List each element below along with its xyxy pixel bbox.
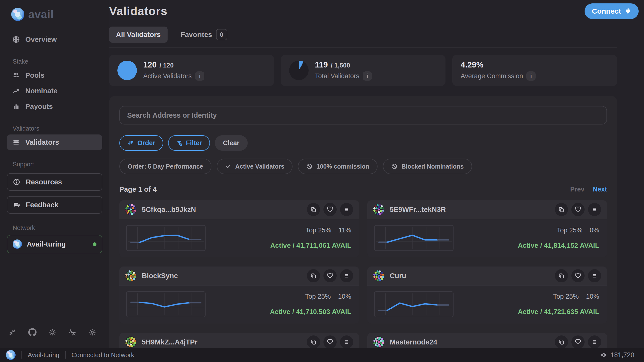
- settings-button[interactable]: [47, 327, 58, 338]
- rank-stats: Top 25%10%: [553, 293, 599, 300]
- info-icon[interactable]: i: [363, 72, 372, 81]
- sidebar-item-feedback[interactable]: Feedback: [7, 196, 102, 214]
- tab-all-validators[interactable]: All Validators: [109, 26, 168, 43]
- sidebar-item-pools[interactable]: Pools: [7, 68, 102, 83]
- validator-card: Masternode24 Top 25%3% Active /: [367, 333, 607, 348]
- collapse-sidebar-button[interactable]: [7, 327, 18, 338]
- sun-icon: [88, 328, 96, 336]
- github-button[interactable]: [27, 327, 38, 338]
- main-content: Connect Validators All Validators Favori…: [109, 0, 644, 348]
- rank-stats: Top 25%11%: [306, 226, 351, 234]
- copy-icon: [558, 206, 564, 213]
- favorite-button[interactable]: [324, 336, 336, 348]
- clear-filters-button[interactable]: Clear: [215, 135, 248, 151]
- sidebar-nav: Overview Stake Pools Nominate Payouts Va…: [0, 32, 109, 253]
- app-screen: avail Overview Stake Pools Nominate Payo…: [0, 0, 644, 362]
- sidebar-item-payouts[interactable]: Payouts: [7, 99, 102, 114]
- more-menu-button[interactable]: [340, 269, 353, 282]
- copy-address-button[interactable]: [555, 336, 568, 348]
- order-button[interactable]: Order: [119, 135, 163, 151]
- stat-card-active-validators: 120/ 120 Active Validatorsi: [109, 55, 274, 86]
- sidebar-item-overview[interactable]: Overview: [7, 32, 102, 47]
- favorite-button[interactable]: [324, 203, 336, 216]
- section-label-support: Support: [13, 161, 102, 168]
- bond-status: Active / 41,721,635 AVAIL: [518, 308, 599, 316]
- validator-name: Masternode24: [390, 338, 437, 346]
- validator-name: 5H9MkZ...A4jTPr: [142, 338, 198, 346]
- statusbar-connection: Connected to Network: [72, 351, 134, 359]
- copy-address-button[interactable]: [307, 269, 320, 282]
- validator-identicon: [373, 336, 384, 348]
- brand-logo: avail: [11, 8, 109, 21]
- chip-active-validators[interactable]: Active Validators: [217, 158, 292, 174]
- chip-order-performance[interactable]: Order: 5 Day Performance: [119, 158, 212, 174]
- filter-button[interactable]: Filter: [168, 135, 210, 151]
- chip-100-commission[interactable]: 100% commission: [298, 158, 378, 174]
- active-validators-pie: [118, 61, 137, 80]
- section-label-stake: Stake: [13, 58, 102, 65]
- ban-icon: [306, 163, 312, 170]
- pagination-row: Page 1 of 4 Prev Next: [119, 186, 607, 194]
- more-menu-button[interactable]: [588, 203, 601, 216]
- chip-blocked-nominations[interactable]: Blocked Nominations: [383, 158, 472, 174]
- info-icon[interactable]: i: [526, 72, 536, 81]
- next-page-button[interactable]: Next: [592, 186, 607, 193]
- favorite-button[interactable]: [324, 269, 336, 282]
- avail-status-logo: [6, 350, 16, 360]
- section-label-network: Network: [13, 224, 102, 232]
- heart-icon: [575, 339, 581, 345]
- tab-favorites[interactable]: Favorites 0: [174, 26, 234, 43]
- globe-icon: [12, 36, 20, 43]
- filter-funnel-icon: [176, 140, 183, 146]
- ban-icon: [391, 163, 398, 170]
- favorite-button[interactable]: [572, 269, 584, 282]
- plug-icon: [624, 8, 631, 14]
- connect-wallet-button[interactable]: Connect: [584, 4, 639, 19]
- copy-address-button[interactable]: [555, 203, 568, 216]
- stat-card-total-validators: 119/ 1,500 Total Validatorsi: [281, 55, 446, 86]
- menu-icon: [592, 339, 598, 345]
- heart-icon: [327, 206, 333, 213]
- menu-icon: [344, 206, 350, 213]
- favorite-button[interactable]: [572, 203, 584, 216]
- more-menu-button[interactable]: [340, 336, 353, 348]
- copy-address-button[interactable]: [307, 336, 320, 348]
- section-label-validators: Validators: [13, 125, 102, 132]
- copy-icon: [310, 272, 317, 279]
- rank-stats: Top 25%0%: [557, 226, 599, 234]
- language-button[interactable]: [67, 327, 78, 338]
- more-menu-button[interactable]: [588, 336, 601, 348]
- heart-icon: [327, 339, 333, 345]
- info-icon[interactable]: i: [195, 72, 204, 81]
- block-number: 181,720: [610, 351, 634, 359]
- sidebar-item-nominate[interactable]: Nominate: [7, 83, 102, 99]
- more-menu-button[interactable]: [588, 269, 601, 282]
- sidebar-item-resources[interactable]: Resources: [7, 173, 102, 191]
- copy-icon: [310, 339, 317, 345]
- chat-icon: [13, 201, 20, 209]
- copy-icon: [310, 206, 317, 213]
- bar-chart-icon: [12, 102, 20, 110]
- check-icon: [225, 163, 232, 170]
- info-icon: [13, 178, 20, 186]
- menu-icon: [344, 339, 350, 345]
- theme-toggle-button[interactable]: [87, 327, 98, 338]
- copy-icon: [558, 272, 564, 279]
- validator-name: 5Cfkqa...b9JkzN: [142, 206, 196, 214]
- performance-sparkline: [374, 291, 454, 317]
- list-icon: [12, 138, 20, 146]
- prev-page-button[interactable]: Prev: [570, 186, 584, 193]
- page-title: Validators: [109, 4, 617, 18]
- page-indicator: Page 1 of 4: [119, 186, 156, 194]
- copy-address-button[interactable]: [307, 203, 320, 216]
- network-selector[interactable]: Avail-turing: [7, 235, 102, 253]
- copy-address-button[interactable]: [555, 269, 568, 282]
- search-input[interactable]: [119, 106, 607, 124]
- more-menu-button[interactable]: [340, 203, 353, 216]
- tabs-divider: [109, 48, 617, 48]
- favorite-button[interactable]: [572, 336, 584, 348]
- users-icon: [12, 72, 20, 79]
- sidebar-item-validators[interactable]: Validators: [7, 134, 102, 150]
- validator-cards-grid: 5Cfkqa...b9JkzN Top 25%11% Acti: [119, 200, 607, 348]
- validator-name: 5E9WFr...tekN3R: [390, 206, 446, 214]
